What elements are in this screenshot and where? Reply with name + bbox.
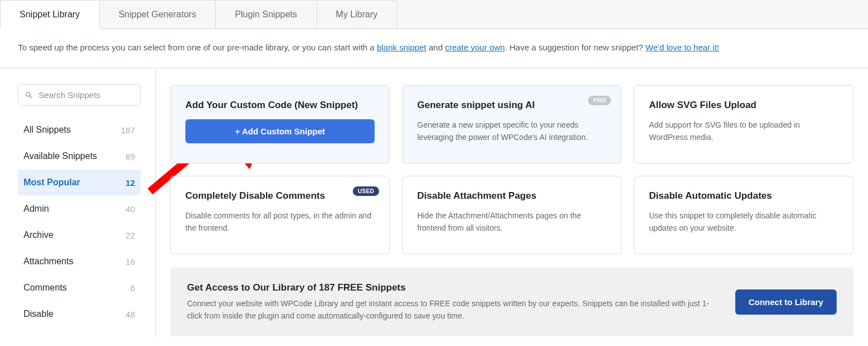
- card-title: Disable Attachment Pages: [417, 190, 606, 202]
- category-list: All Snippets 187 Available Snippets 89 M…: [18, 117, 141, 327]
- main-content: Add Your Custom Code (New Snippet) + Add…: [156, 68, 868, 336]
- tab-my-library[interactable]: My Library: [317, 0, 398, 29]
- category-count: 12: [125, 178, 135, 188]
- category-disable[interactable]: Disable 48: [18, 301, 141, 327]
- card-add-custom-code[interactable]: Add Your Custom Code (New Snippet) + Add…: [170, 85, 390, 163]
- search-input[interactable]: [18, 84, 141, 106]
- link-suggestion[interactable]: We'd love to hear it!: [645, 43, 719, 52]
- card-generate-ai[interactable]: PRO Generate snippet using AI Generate a…: [402, 85, 622, 163]
- category-all-snippets[interactable]: All Snippets 187: [18, 117, 141, 143]
- library-access-banner: Get Access to Our Library of 187 FREE Sn…: [170, 268, 853, 336]
- card-disable-comments[interactable]: USED Completely Disable Comments Disable…: [170, 176, 390, 254]
- card-desc: Hide the Attachment/Attachments pages on…: [417, 210, 606, 234]
- tab-snippet-library[interactable]: Snippet Library: [0, 0, 100, 29]
- card-title: Disable Automatic Updates: [649, 190, 838, 202]
- search-icon: [25, 91, 34, 100]
- category-available-snippets[interactable]: Available Snippets 89: [18, 143, 141, 169]
- card-desc: Use this snippet to completely disable a…: [649, 210, 838, 234]
- category-count: 6: [130, 283, 135, 293]
- card-title: Generate snippet using AI: [417, 99, 606, 111]
- banner-desc: Connect your website with WPCode Library…: [187, 298, 718, 322]
- category-count: 40: [125, 204, 135, 214]
- card-title: Add Your Custom Code (New Snippet): [185, 99, 375, 111]
- category-admin[interactable]: Admin 40: [18, 196, 141, 222]
- intro-mid1: and: [426, 43, 445, 52]
- card-title: Allow SVG Files Upload: [649, 99, 838, 111]
- category-label: Disable: [24, 309, 53, 319]
- banner-text: Get Access to Our Library of 187 FREE Sn…: [187, 282, 718, 322]
- tab-bar: Snippet Library Snippet Generators Plugi…: [0, 0, 868, 29]
- sidebar: All Snippets 187 Available Snippets 89 M…: [0, 68, 156, 336]
- pro-badge: PRO: [588, 96, 611, 105]
- intro-prefix: To speed up the process you can select f…: [18, 43, 377, 52]
- category-count: 22: [125, 231, 135, 240]
- category-count: 89: [125, 152, 135, 161]
- used-badge: USED: [353, 186, 379, 196]
- tab-snippet-generators[interactable]: Snippet Generators: [100, 0, 216, 29]
- connect-to-library-button[interactable]: Connect to Library: [735, 289, 837, 315]
- intro-text: To speed up the process you can select f…: [0, 29, 868, 68]
- card-allow-svg[interactable]: Allow SVG Files Upload Add support for S…: [634, 85, 853, 163]
- card-desc: Disable comments for all post types, in …: [185, 210, 375, 234]
- category-comments[interactable]: Comments 6: [18, 275, 141, 301]
- category-label: Most Popular: [24, 177, 80, 188]
- category-label: All Snippets: [24, 125, 71, 135]
- category-label: Comments: [24, 283, 67, 293]
- banner-title: Get Access to Our Library of 187 FREE Sn…: [187, 282, 718, 293]
- category-label: Attachments: [24, 256, 73, 266]
- card-title: Completely Disable Comments: [185, 190, 375, 202]
- search-box: [18, 84, 141, 106]
- intro-mid2: . Have a suggestion for new snippet?: [505, 43, 645, 52]
- link-create-your-own[interactable]: create your own: [445, 43, 505, 52]
- card-disable-automatic-updates[interactable]: Disable Automatic Updates Use this snipp…: [634, 176, 853, 254]
- category-label: Admin: [24, 204, 49, 214]
- category-most-popular[interactable]: Most Popular 12: [18, 170, 141, 195]
- category-attachments[interactable]: Attachments 16: [18, 249, 141, 274]
- category-count: 16: [125, 257, 135, 266]
- cards-grid: Add Your Custom Code (New Snippet) + Add…: [170, 85, 853, 254]
- card-desc: Generate a new snippet specific to your …: [417, 119, 606, 143]
- category-count: 187: [121, 125, 135, 135]
- category-archive[interactable]: Archive 22: [18, 222, 141, 248]
- category-label: Archive: [24, 230, 53, 240]
- category-count: 48: [125, 310, 135, 319]
- add-custom-snippet-button[interactable]: + Add Custom Snippet: [185, 119, 375, 143]
- card-desc: Add support for SVG files to be uploaded…: [649, 119, 838, 143]
- link-blank-snippet[interactable]: blank snippet: [377, 43, 426, 52]
- card-disable-attachment-pages[interactable]: Disable Attachment Pages Hide the Attach…: [402, 176, 622, 254]
- tab-plugin-snippets[interactable]: Plugin Snippets: [216, 0, 316, 29]
- category-label: Available Snippets: [24, 151, 97, 161]
